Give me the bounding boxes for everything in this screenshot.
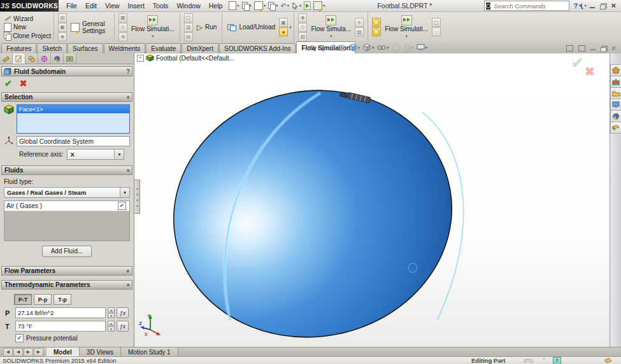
quick-tips-icon[interactable]: ? — [553, 357, 561, 364]
coordinate-system-field[interactable]: Global Coordinate System — [17, 136, 130, 146]
file-explorer-icon[interactable] — [610, 99, 621, 111]
options-button[interactable]: ▾ — [313, 1, 325, 10]
minimize-button[interactable] — [590, 7, 595, 8]
zoom-to-area-icon[interactable]: ⌐ — [318, 43, 326, 52]
nav-prev-button[interactable]: ◀ — [13, 348, 23, 356]
graphics-viewport[interactable]: + Footbal (Default<<Default... ✔ ✖ ◂ ◂ ◂… — [134, 53, 610, 347]
tab-dimxpertmanager[interactable] — [38, 53, 51, 64]
fluid-checkbox[interactable]: ✔ — [118, 202, 126, 210]
wizard-button[interactable]: Wizard — [4, 15, 51, 23]
nav-last-button[interactable]: ▶ — [34, 348, 43, 356]
search-input[interactable] — [492, 2, 579, 10]
load-unload-button[interactable]: Load/Unload — [225, 24, 278, 31]
tab-featuremanager[interactable] — [0, 53, 13, 64]
units-label[interactable]: IPS — [524, 357, 533, 364]
menu-edit[interactable]: Edit — [85, 2, 97, 10]
display-style-icon[interactable]: ▾ — [363, 43, 374, 52]
results-icon[interactable]: ▥ — [184, 23, 193, 32]
dropdown-arrow-icon[interactable]: ▾ — [114, 150, 124, 159]
doc-new-window-icon[interactable] — [566, 45, 573, 52]
flow-parameters-header[interactable]: Flow Parameters » — [1, 266, 132, 276]
geometry-check-icon[interactable]: ▦ — [118, 13, 127, 22]
doc-close-button[interactable]: × — [611, 44, 616, 53]
collapse-icon[interactable]: » — [124, 95, 131, 99]
new-file-button[interactable]: ▾ — [229, 1, 239, 10]
goals-icon[interactable]: ◇ — [298, 23, 307, 32]
save-button[interactable]: ▾ — [254, 1, 266, 10]
design-library-icon[interactable] — [610, 88, 621, 99]
reference-axis-dropdown[interactable]: X ▾ — [67, 149, 124, 160]
panel-splitter-handle[interactable]: ◂ ◂ ◂ ◂ — [134, 179, 140, 214]
tab-flow-simulation-tree[interactable] — [64, 53, 76, 64]
tab-dimxpert[interactable]: DimXpert — [182, 43, 218, 53]
dropdown-icon[interactable]: ▾ — [237, 3, 239, 8]
menu-window[interactable]: Window — [176, 2, 200, 10]
tree-expand-icon[interactable]: + — [137, 55, 144, 62]
tab-motion-study[interactable]: Motion Study 1 — [121, 347, 178, 356]
selection-listbox[interactable]: Face<1> — [17, 104, 130, 134]
nav-next-button[interactable]: ▶ — [24, 348, 33, 356]
dropdown-icon[interactable]: ▾ — [152, 32, 153, 39]
print-button[interactable]: ▾ — [268, 1, 278, 10]
football-face[interactable] — [154, 69, 471, 347]
expand-icon[interactable]: » — [124, 269, 131, 272]
component-control-icon[interactable]: ◇ — [118, 23, 127, 32]
ok-button[interactable]: ✔ — [4, 78, 12, 88]
mesh-settings-icon[interactable]: ✳ — [355, 18, 364, 27]
tag-icon[interactable] — [604, 358, 612, 364]
task-pane-resources-icon[interactable] — [610, 76, 621, 88]
confirm-corner-ok[interactable]: ✔ — [571, 55, 583, 72]
add-fluid-button[interactable]: Add Fluid... — [42, 246, 92, 257]
tab-configurationmanager[interactable] — [25, 53, 38, 64]
selected-face-item[interactable]: Face<1> — [17, 105, 129, 113]
doc-minimize-button[interactable] — [590, 49, 596, 50]
lightbulb-section-icon[interactable] — [372, 27, 381, 36]
tree-item-label[interactable]: Footbal (Default<<Default... — [156, 55, 234, 62]
task-pane-home-icon[interactable] — [610, 64, 621, 76]
nav-first-button[interactable]: ◀ — [3, 348, 13, 356]
pm-help-icon[interactable]: ? — [126, 68, 130, 75]
temperature-input[interactable]: 73 °F — [15, 321, 106, 332]
search-icon[interactable] — [581, 3, 582, 8]
view-settings-icon[interactable]: ▾ — [417, 43, 427, 52]
tab-solidworks-add-ins[interactable]: SOLIDWORKS Add-Ins — [219, 43, 296, 53]
view-orientation-icon[interactable]: ▾ — [349, 43, 360, 52]
dropdown-icon[interactable]: ▾ — [289, 25, 291, 30]
units-icon[interactable]: ▣ — [58, 23, 67, 32]
lightbulb-on-icon[interactable] — [372, 18, 381, 27]
help-button[interactable]: ? ▾ — [573, 2, 581, 10]
tab-features[interactable]: Features — [1, 43, 36, 53]
doc-tile-icon[interactable] — [578, 45, 585, 52]
menu-view[interactable]: View — [105, 2, 120, 10]
mode-tp-button[interactable]: T-p — [54, 294, 71, 305]
tab-propertymanager[interactable] — [13, 53, 25, 64]
mode-pt-button[interactable]: P-T — [14, 294, 32, 305]
tab-3d-views[interactable]: 3D Views — [80, 347, 121, 356]
flow-simulation-conditions-button[interactable]: Flow Simula... ▾ — [308, 15, 353, 39]
doc-restore-button[interactable] — [601, 46, 606, 51]
boundary-condition-icon[interactable]: ◈ — [298, 13, 307, 22]
menu-file[interactable]: File — [66, 2, 77, 10]
solver-monitor-icon[interactable]: ▢ — [184, 13, 193, 22]
pressure-input[interactable]: 27.14 lbf/in^2 — [15, 307, 106, 318]
dropdown-icon[interactable]: ▾ — [330, 32, 332, 39]
save-results-icon[interactable]: ▣ — [279, 18, 288, 27]
tab-weldments[interactable]: Weldments — [104, 43, 146, 53]
select-button[interactable]: ▾ — [292, 1, 301, 10]
engineering-database-icon[interactable]: ▤ — [58, 13, 67, 22]
zoom-to-fit-icon[interactable] — [310, 43, 315, 52]
feature-tree-root[interactable]: + Footbal (Default<<Default... — [137, 54, 234, 62]
menu-tools[interactable]: Tools — [153, 2, 169, 10]
pressure-spinner[interactable]: ▴ ▾ — [108, 307, 115, 318]
fluid-item-air[interactable]: Air ( Gases ) ✔ — [4, 201, 129, 211]
fluid-type-dropdown[interactable]: Gases / Real Gases / Steam ▾ — [4, 187, 130, 198]
flow-simulation-project-button[interactable]: Flow Simulati... ▾ — [129, 15, 177, 39]
batch-results-icon[interactable]: ● — [279, 27, 288, 36]
tab-surfaces[interactable]: Surfaces — [68, 43, 103, 53]
previous-view-icon[interactable]: ↶ — [329, 43, 335, 52]
sources-icon[interactable]: ▧ — [298, 32, 307, 41]
appearances-icon[interactable] — [610, 111, 621, 122]
collapse-icon[interactable]: » — [124, 169, 131, 172]
menu-help[interactable]: Help — [209, 2, 223, 10]
calculation-control-icon[interactable]: ◈ — [58, 32, 67, 41]
